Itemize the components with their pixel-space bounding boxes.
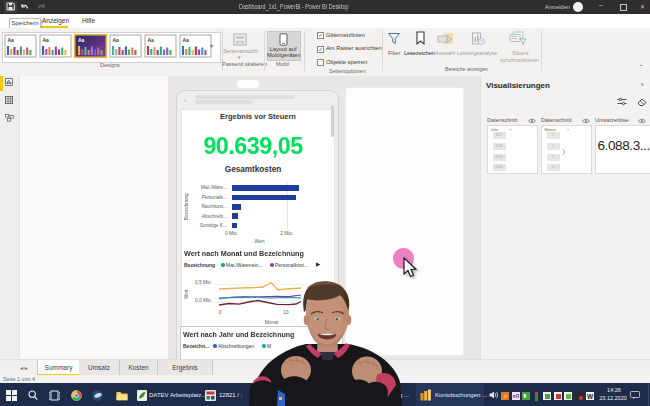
svg-text:Aa: Aa <box>113 37 120 43</box>
svg-text:Aa: Aa <box>78 37 85 43</box>
svg-text:Aa: Aa <box>148 37 155 43</box>
svg-text:Aa: Aa <box>43 37 50 43</box>
svg-text:Aa: Aa <box>183 37 190 43</box>
svg-text:Aa: Aa <box>8 37 15 43</box>
